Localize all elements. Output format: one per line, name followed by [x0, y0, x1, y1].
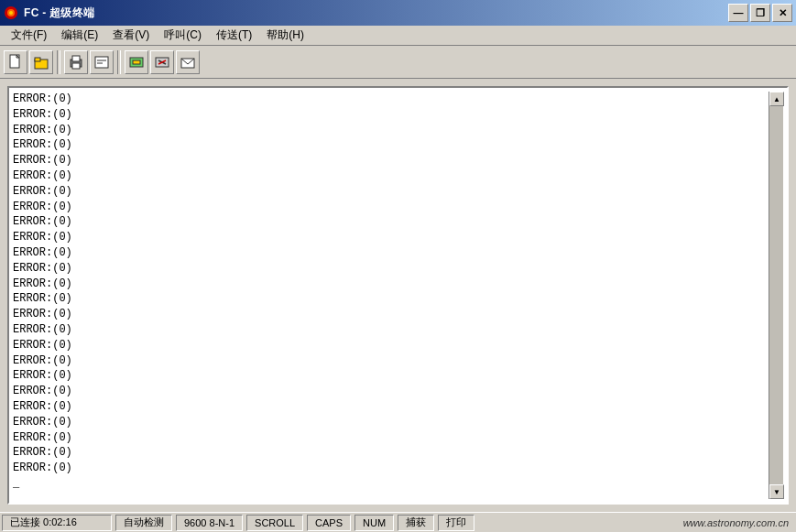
svg-rect-10: [95, 57, 108, 68]
menu-file[interactable]: 文件(F): [4, 26, 54, 45]
new-button[interactable]: [4, 50, 27, 74]
connect-button[interactable]: [125, 50, 148, 74]
svg-rect-8: [72, 56, 80, 61]
error-line: ERROR:(0): [13, 261, 769, 277]
error-line: ERROR:(0): [13, 168, 769, 184]
status-capture: 捕获: [398, 515, 434, 531]
terminal-container: ERROR:(0)ERROR:(0)ERROR:(0)ERROR:(0)ERRO…: [7, 86, 789, 505]
print-button[interactable]: [64, 50, 88, 74]
app-icon: [4, 5, 18, 20]
status-baud: 9600 8-N-1: [176, 515, 243, 531]
error-line: ERROR:(0): [13, 137, 769, 153]
status-caps: CAPS: [307, 515, 351, 531]
error-line: ERROR:(0): [13, 461, 769, 476]
status-auto-detect: 自动检测: [115, 515, 172, 531]
scrollbar[interactable]: ▲ ▼: [769, 92, 783, 499]
window-title: FC - 超级终端: [24, 5, 94, 21]
cursor-line: _: [13, 476, 19, 492]
restore-button[interactable]: ❐: [750, 4, 770, 22]
terminal-content[interactable]: ERROR:(0)ERROR:(0)ERROR:(0)ERROR:(0)ERRO…: [13, 92, 769, 499]
error-line: ERROR:(0): [13, 245, 769, 261]
scroll-down-button[interactable]: ▼: [769, 484, 784, 499]
scroll-track[interactable]: [769, 106, 783, 484]
error-line: ERROR:(0): [13, 184, 769, 200]
title-bar-left: FC - 超级终端: [4, 5, 94, 21]
disconnect-button[interactable]: [150, 50, 174, 74]
error-line: ERROR:(0): [13, 153, 769, 168]
status-num: NUM: [354, 515, 394, 531]
title-buttons: — ❐ ✕: [728, 4, 792, 22]
error-line: ERROR:(0): [13, 445, 769, 461]
send-button[interactable]: [176, 50, 200, 74]
menu-help[interactable]: 帮助(H): [259, 26, 311, 45]
svg-rect-9: [72, 63, 80, 69]
menu-bar: 文件(F) 编辑(E) 查看(V) 呼叫(C) 传送(T) 帮助(H): [0, 26, 796, 46]
properties-button[interactable]: [90, 50, 114, 74]
error-line: ERROR:(0): [13, 307, 769, 322]
error-line: ERROR:(0): [13, 107, 769, 123]
status-scroll: SCROLL: [246, 515, 303, 531]
svg-point-2: [9, 11, 13, 15]
error-line: ERROR:(0): [13, 230, 769, 245]
error-line: ERROR:(0): [13, 384, 769, 399]
error-line: ERROR:(0): [13, 291, 769, 307]
scroll-up-button[interactable]: ▲: [769, 92, 784, 106]
error-line: ERROR:(0): [13, 214, 769, 230]
open-button[interactable]: [29, 50, 53, 74]
error-line: ERROR:(0): [13, 353, 769, 369]
menu-view[interactable]: 查看(V): [105, 26, 157, 45]
menu-transfer[interactable]: 传送(T): [209, 26, 259, 45]
error-line: ERROR:(0): [13, 399, 769, 415]
error-line: ERROR:(0): [13, 338, 769, 353]
menu-call[interactable]: 呼叫(C): [157, 26, 209, 45]
status-connection: 已连接 0:02:16: [2, 515, 112, 531]
main-area: ERROR:(0)ERROR:(0)ERROR:(0)ERROR:(0)ERRO…: [0, 79, 796, 512]
error-line: ERROR:(0): [13, 322, 769, 338]
error-line: ERROR:(0): [13, 277, 769, 292]
minimize-button[interactable]: —: [728, 4, 748, 22]
svg-rect-14: [133, 60, 140, 64]
error-line: ERROR:(0): [13, 368, 769, 384]
close-button[interactable]: ✕: [772, 4, 792, 22]
error-line: ERROR:(0): [13, 200, 769, 215]
error-line: ERROR:(0): [13, 92, 769, 107]
svg-rect-6: [35, 58, 40, 61]
watermark: www.astronomy.com.cn: [683, 517, 796, 528]
toolbar-sep-1: [57, 50, 60, 74]
error-line: ERROR:(0): [13, 123, 769, 138]
toolbar: [0, 46, 796, 79]
title-bar: FC - 超级终端 — ❐ ✕: [0, 0, 796, 26]
toolbar-sep-2: [117, 50, 121, 74]
status-print: 打印: [438, 515, 474, 531]
menu-edit[interactable]: 编辑(E): [54, 26, 105, 45]
error-line: ERROR:(0): [13, 415, 769, 430]
error-line: ERROR:(0): [13, 430, 769, 446]
status-bar: 已连接 0:02:16 自动检测 9600 8-N-1 SCROLL CAPS …: [0, 512, 796, 532]
